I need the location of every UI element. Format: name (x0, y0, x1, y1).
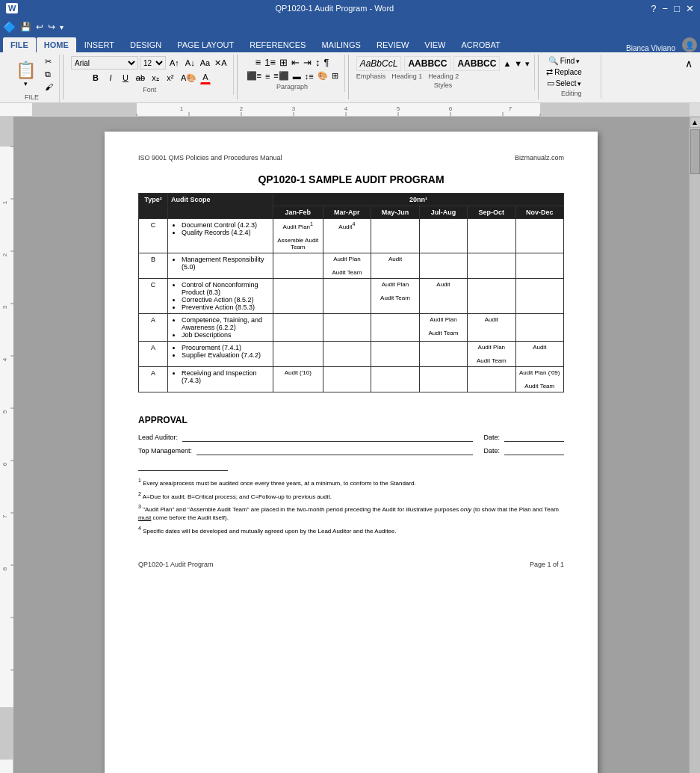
paragraph-group-label: Paragraph (245, 83, 340, 90)
date-field-1[interactable] (504, 433, 564, 442)
tab-view[interactable]: VIEW (417, 37, 453, 52)
customize-icon[interactable]: ▾ (60, 23, 64, 31)
italic-button[interactable]: I (104, 71, 117, 84)
tab-file[interactable]: FILE (3, 37, 36, 52)
scope-cell: Competence, Training, and Awareness (6.2… (167, 313, 273, 341)
minimize-icon[interactable]: − (663, 3, 669, 14)
heading1-label: Heading 1 (391, 73, 422, 80)
emphasis-style[interactable]: AaBbCcL (356, 56, 402, 71)
grow-font-button[interactable]: A↑ (167, 57, 182, 69)
may-jun-cell: Audit (371, 253, 420, 278)
change-case-button[interactable]: Aa (199, 58, 211, 68)
tab-mailings[interactable]: MAILINGS (314, 37, 368, 52)
footnote-1: 1 Every area/process must be audited onc… (138, 477, 564, 487)
svg-text:4: 4 (344, 105, 348, 112)
underline-button[interactable]: U (119, 71, 132, 84)
multilevel-button[interactable]: ⊞ (278, 56, 289, 69)
lead-auditor-field[interactable] (182, 433, 473, 442)
show-marks-button[interactable]: ¶ (323, 56, 331, 69)
align-left-button[interactable]: ⬛≡ (245, 70, 263, 81)
top-mgmt-field[interactable] (196, 446, 473, 455)
tab-references[interactable]: REFERENCES (242, 37, 313, 52)
shading-button[interactable]: 🎨 (316, 70, 329, 81)
justify-button[interactable]: ▬ (291, 71, 303, 81)
styles-expand[interactable]: ▾ (525, 59, 530, 69)
clear-format-button[interactable]: ✕A (213, 58, 228, 69)
heading2-label: Heading 2 (428, 73, 459, 80)
heading1-style[interactable]: AABBCC (404, 56, 450, 71)
help-icon[interactable]: ? (651, 3, 656, 14)
word-logo-icon[interactable]: W (6, 3, 18, 13)
maximize-icon[interactable]: □ (674, 3, 680, 14)
font-color-button[interactable]: A (200, 71, 210, 84)
type-cell: B (139, 253, 168, 278)
strikethrough-button[interactable]: ab (134, 71, 147, 84)
copy-button[interactable]: ⧉ (43, 69, 55, 80)
tab-home[interactable]: HOME (37, 37, 76, 52)
redo-icon[interactable]: ↪ (48, 22, 55, 32)
find-button[interactable]: 🔍 Find ▾ (548, 56, 580, 66)
doc-page[interactable]: ISO 9001 QMS Policies and Procedures Man… (105, 132, 598, 773)
select-button[interactable]: ▭ Select ▾ (547, 78, 582, 88)
bullets-button[interactable]: ≡ (254, 56, 263, 69)
sep-oct-cell (468, 219, 515, 253)
subscript-button[interactable]: x₂ (149, 71, 162, 84)
table-row: C Control of Nonconforming Product (8.3)… (139, 278, 564, 313)
align-right-button[interactable]: ≡⬛ (272, 70, 290, 81)
borders-button[interactable]: ⊞ (330, 70, 340, 81)
svg-text:3: 3 (1, 305, 8, 309)
paste-button[interactable]: 📋 ▾ (9, 58, 42, 90)
date-field-2[interactable] (504, 446, 564, 455)
type-cell: A (139, 341, 168, 366)
tab-review[interactable]: REVIEW (369, 37, 416, 52)
scrollbar-right[interactable]: ▲ ▼ ◉ ◉ (689, 117, 700, 773)
heading2-style[interactable]: AABBCC (453, 56, 500, 71)
tab-acrobat[interactable]: ACROBAT (453, 37, 507, 52)
save-icon[interactable]: 💾 (20, 22, 31, 32)
tab-insert[interactable]: INSERT (77, 37, 122, 52)
mar-apr-cell (323, 278, 371, 313)
superscript-button[interactable]: x² (164, 71, 177, 84)
shrink-font-button[interactable]: A↓ (183, 57, 197, 69)
sort-button[interactable]: ↕ (314, 56, 322, 69)
bold-button[interactable]: B (89, 71, 102, 84)
select-dropdown-icon[interactable]: ▾ (577, 80, 581, 87)
svg-text:2: 2 (240, 105, 244, 112)
jul-aug-cell (419, 366, 467, 392)
text-highlight-button[interactable]: A🎨 (179, 72, 199, 84)
svg-text:6: 6 (449, 105, 453, 112)
title-bar-controls[interactable]: ? − □ ✕ (651, 3, 694, 14)
styles-scroll-up[interactable]: ▲ (503, 59, 511, 68)
word-icon[interactable]: 🔷 (3, 21, 16, 33)
font-selector[interactable]: Arial (71, 56, 138, 70)
align-center-button[interactable]: ≡ (264, 71, 271, 81)
mar-apr-cell (323, 366, 371, 392)
font-size-selector[interactable]: 12 (140, 56, 166, 70)
lead-auditor-line: Lead Auditor: Date: (138, 433, 564, 442)
ribbon-content: 📋 ▾ ✂ ⧉ 🖌 FILE Arial 12 A↑ A↓ Aa ✕A (0, 52, 700, 103)
styles-scroll-down[interactable]: ▼ (514, 59, 522, 68)
decrease-indent-button[interactable]: ⇤ (290, 56, 301, 69)
collapse-ribbon-button[interactable]: ∧ (682, 55, 696, 73)
numbering-button[interactable]: 1≡ (263, 56, 277, 69)
scroll-up-button[interactable]: ▲ (690, 117, 701, 128)
doc-container[interactable]: ISO 9001 QMS Policies and Procedures Man… (13, 117, 689, 773)
sep-oct-cell (468, 278, 515, 313)
doc-title[interactable]: QP1020-1 SAMPLE AUDIT PROGRAM (138, 173, 564, 185)
tab-page-layout[interactable]: PAGE LAYOUT (170, 37, 241, 52)
increase-indent-button[interactable]: ⇥ (302, 56, 313, 69)
cut-button[interactable]: ✂ (43, 56, 55, 67)
undo-icon[interactable]: ↩ (36, 22, 43, 32)
find-dropdown-icon[interactable]: ▾ (576, 58, 580, 65)
replace-button[interactable]: ⇄ Replace (546, 67, 582, 77)
nov-dec-cell: Audit (515, 341, 564, 366)
tab-design[interactable]: DESIGN (123, 37, 169, 52)
svg-rect-19 (0, 117, 13, 147)
user-avatar[interactable]: 👤 (682, 37, 697, 52)
jul-aug-cell: Audit (419, 278, 467, 313)
close-icon[interactable]: ✕ (686, 3, 694, 14)
scope-cell: Receiving and Inspection (7.4.3) (167, 366, 273, 392)
format-painter-button[interactable]: 🖌 (43, 81, 55, 92)
line-spacing-button[interactable]: ↕≡ (303, 71, 315, 81)
scroll-thumb[interactable] (690, 129, 700, 174)
